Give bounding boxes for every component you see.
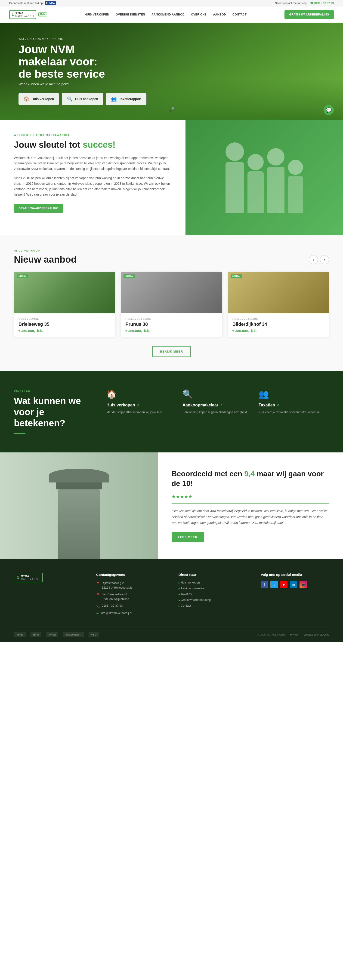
listing-card-2[interactable]: NIEUW HELLEVOETSLUIS Prunus 38 € 385.000… [121, 272, 222, 337]
service-card-aankoop: 🔍 Aankoopmakelaar ↗ Een woning kopen is … [182, 389, 253, 415]
services-left: DIENSTEN Wat kunnen we voor je betekenen… [14, 389, 93, 434]
service-name-verkopen[interactable]: Huis verkopen ↗ [106, 403, 177, 407]
about-left: WELKOM BIJ XTRA MAKELAARDIJ Jouw sleutel… [0, 120, 185, 235]
services-cards: 🏠 Huis verkopen ↗ Met dat stapje Xtra ve… [106, 389, 329, 415]
phone-link[interactable]: ☎ 0181 - 32 37 93 [310, 2, 334, 5]
review-cta-button[interactable]: LEES MEER [172, 532, 204, 542]
service-icon-taxaties: 👥 [258, 389, 329, 399]
listing-info-3: HELLEVOETSLUIS Bilderdijkhof 34 € 385.00… [228, 313, 329, 337]
hero-btn-taxatie-label: Taxatierapport [119, 97, 141, 101]
services-title: Wat kunnen we voor je betekenen? [14, 395, 93, 429]
scroll-down-icon[interactable]: 🎤 [168, 107, 175, 113]
hero-cta-text: Waar kunnen we je mee helpen? [19, 82, 147, 86]
listing-price-3: € 385.000,- k.k. [233, 329, 324, 332]
location-icon-2: 📍 [96, 593, 100, 597]
footer-address-1: 📍 Rijksstraatweg 293225 KA Hellevoetslui… [96, 581, 165, 590]
listing-card-1[interactable]: NIEUW OOSTVOORNE Brielseweg 35 € 450.000… [14, 272, 115, 337]
listing-image-2: NIEUW [121, 272, 222, 313]
about-title-accent: succes! [83, 140, 116, 150]
footer-link-taxaties[interactable]: Taxaties [179, 592, 247, 596]
nav-contact[interactable]: CONTACT [233, 13, 247, 16]
social-youtube[interactable]: ▶ [280, 581, 287, 588]
hero-title-line2: makelaar voor: [19, 56, 97, 68]
review-score: 9,4 [244, 469, 254, 478]
review-title-plain: Beoordeeld met een [172, 469, 244, 478]
rating-text: Beoordeeld met een 9,4 op [9, 2, 43, 5]
nav-overige-diensten[interactable]: OVERIGE DIENSTEN [116, 13, 145, 16]
service-name-taxaties[interactable]: Taxaties ↗ [258, 403, 329, 407]
top-bar-left: Beoordeeld met een 9,4 op FUNDA [9, 2, 56, 5]
listings-next-button[interactable]: › [320, 255, 329, 264]
hero-title: Jouw NVM makelaar voor: de beste service [19, 43, 147, 80]
service-arrow-3: ↗ [276, 403, 279, 407]
listing-location-2: HELLEVOETSLUIS [125, 317, 217, 320]
team-photo-placeholder [185, 120, 343, 235]
taxatie-icon: 👥 [111, 96, 117, 102]
listings-cta-button[interactable]: BEKIJK MEER [152, 346, 191, 357]
listing-badge-2: NIEUW [123, 274, 135, 278]
footer-col-direct: Direct naar Huis verkopen Aankoopmakelaa… [179, 573, 247, 618]
listings-prev-button[interactable]: ‹ [309, 255, 318, 264]
footer-phone-link[interactable]: 0181 - 32 37 93 [102, 603, 123, 608]
about-paragraph-2: Sinds 2010 helpen wij onze klanten bij h… [14, 175, 172, 197]
footer-logo-name: XTRA [21, 574, 40, 578]
nav-aankomend-aanbod[interactable]: AANKOMEND AANBOD [152, 13, 185, 16]
footer-link-contact[interactable]: Contact [179, 604, 247, 607]
social-linkedin[interactable]: in [290, 581, 297, 588]
services-section: DIENSTEN Wat kunnen we voor je betekenen… [0, 371, 343, 452]
hero-btn-aankopen-label: Huis aankopen [75, 97, 98, 101]
footer-link-aankoop[interactable]: Aankoopmakelaar [179, 587, 247, 590]
email-icon: ✉ [96, 611, 99, 616]
listing-cards: NIEUW OOSTVOORNE Brielseweg 35 € 450.000… [14, 272, 329, 337]
social-icons: f t ▶ in 📷 [261, 581, 329, 588]
footer-link-waardebepaling[interactable]: Gratis waardebepaling [179, 598, 247, 601]
footer-privacy-link[interactable]: Privacy [290, 633, 298, 636]
service-icon-verkopen: 🏠 [106, 389, 177, 399]
nav-aanbod[interactable]: AANBOD [213, 13, 226, 16]
listing-address-2: Prunus 38 [125, 321, 217, 327]
footer-social-title: Volg ons op social media [261, 573, 329, 577]
hero-btn-taxatie[interactable]: 👥 Taxatierapport [106, 93, 147, 105]
chat-button[interactable]: 💬 [324, 105, 334, 115]
rating-badge: FUNDA [45, 2, 56, 5]
header: 1 XTRA MAKELAARDIJ NVM HUIS VERKOPEN OVE… [0, 6, 343, 23]
social-instagram[interactable]: 📷 [300, 581, 307, 588]
listings-header: Nieuw aanbod ‹ › [14, 254, 329, 265]
listings-title: Nieuw aanbod [14, 254, 77, 265]
service-name-aankoop[interactable]: Aankoopmakelaar ↗ [182, 403, 253, 407]
footer-logo-icon: 1 [17, 576, 19, 579]
footer: 1 XTRA MAKELAARDIJ Contactgegevens 📍 Rij… [0, 559, 343, 642]
top-bar: Beoordeeld met een 9,4 op FUNDA Neem con… [0, 0, 343, 6]
social-facebook[interactable]: f [261, 581, 268, 588]
social-twitter[interactable]: t [270, 581, 278, 588]
listings-section: IN DE VERKOOP Nieuw aanbod ‹ › NIEUW OOS… [0, 235, 343, 371]
footer-link-verkopen[interactable]: Huis verkopen [179, 581, 247, 584]
contact-text: Neem contact met ons op! [275, 2, 307, 5]
footer-email: ✉ info@xtramakelaardij.nl [96, 611, 165, 616]
footer-email-link[interactable]: info@xtramakelaardij.nl [101, 611, 132, 616]
listing-card-3[interactable]: NIEUW HELLEVOETSLUIS Bilderdijkhof 34 € … [228, 272, 329, 337]
hero-title-line1: Jouw NVM [19, 43, 75, 56]
hero-btn-verkopen[interactable]: 🏠 Huis verkopen [19, 93, 59, 105]
header-cta-button[interactable]: GRATIS WAARDEBEPALING [284, 10, 334, 19]
listing-badge-3: NIEUW [231, 274, 242, 278]
footer-website-link[interactable]: Website door Citysites [304, 633, 329, 636]
review-quote: "Het was heel fijn om door Xtra makelaar… [172, 508, 329, 526]
nav-huis-verkopen[interactable]: HUIS VERKOPEN [85, 13, 109, 16]
review-title: Beoordeeld met een 9,4 maar wij gaan voo… [172, 469, 329, 488]
listing-info-1: OOSTVOORNE Brielseweg 35 € 450.000,- k.k… [14, 313, 115, 337]
review-section: Beoordeeld met een 9,4 maar wij gaan voo… [0, 452, 343, 559]
hero-btn-aankopen[interactable]: 🔍 Huis aankopen [62, 93, 103, 105]
about-cta: GRATIS WAARDEBEPALING [14, 204, 172, 213]
hero-section: WIJ ZIJN XTRA MAKELAARDIJ Jouw NVM makel… [0, 23, 343, 120]
logo-box[interactable]: 1 XTRA MAKELAARDIJ [9, 10, 36, 19]
nav-over-ons[interactable]: OVER ONS [191, 13, 207, 16]
hero-title-accent: de beste service [19, 68, 105, 80]
about-section: WELKOM BIJ XTRA MAKELAARDIJ Jouw sleutel… [0, 120, 343, 235]
footer-badge-vastgoedcert: vastgoedcert [63, 632, 84, 637]
footer-address-1-text: Rijksstraatweg 293225 KA Hellevoetsluis [102, 581, 132, 590]
about-cta-button[interactable]: GRATIS WAARDEBEPALING [14, 204, 63, 213]
reviewer-photo [0, 452, 158, 559]
footer-logo-box[interactable]: 1 XTRA MAKELAARDIJ [14, 573, 43, 582]
listings-nav: ‹ › [309, 255, 329, 264]
